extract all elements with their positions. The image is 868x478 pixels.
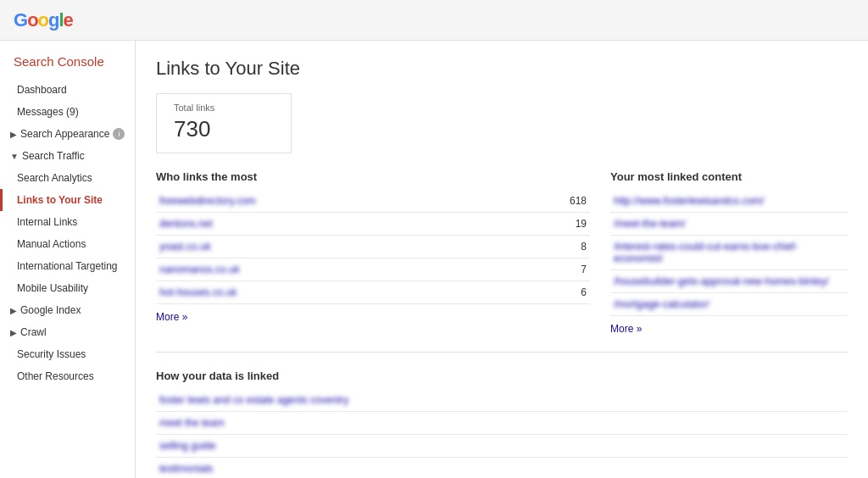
logo-e: e [64, 9, 73, 31]
google-index-label: Google Index [20, 304, 81, 316]
sidebar: Search Console Dashboard Messages (9) ▶ … [0, 41, 136, 478]
sidebar-section-crawl[interactable]: ▶ Crawl [0, 321, 135, 343]
link-url[interactable]: /interest-rates-could-cut-earns-boe-chie… [614, 241, 798, 264]
logo-o1: o [27, 9, 37, 31]
table-row: meet the team [156, 412, 848, 435]
link-url[interactable]: hot-houses.co.uk [159, 286, 236, 298]
total-links-label: Total links [174, 103, 274, 113]
search-traffic-label: Search Traffic [22, 150, 85, 162]
arrow-icon: ▶ [10, 130, 17, 139]
arrow-down-icon: ▼ [10, 152, 19, 161]
table-row: yoast.co.uk 8 [156, 236, 590, 258]
data-link[interactable]: meet the team [159, 417, 225, 429]
sidebar-item-messages[interactable]: Messages (9) [0, 101, 135, 123]
table-row: nanomanos.co.uk 7 [156, 258, 590, 281]
logo-o2: o [38, 9, 48, 31]
link-url[interactable]: /mortgage-calculator/ [614, 298, 709, 310]
link-count: 618 [548, 190, 590, 213]
how-data-linked-section: How your data is linked foster lewis and… [156, 370, 848, 478]
link-url[interactable]: /meet-the-team/ [614, 218, 686, 230]
logo-g2: g [48, 9, 58, 31]
data-link[interactable]: foster lewis and co estate agents covent… [159, 394, 348, 406]
table-row: dentons.net 19 [156, 213, 590, 236]
table-row: foster lewis and co estate agents covent… [156, 389, 848, 412]
sidebar-item-search-analytics[interactable]: Search Analytics [0, 167, 135, 189]
how-data-linked-heading: How your data is linked [156, 370, 848, 382]
arrow-right-icon: ▶ [10, 306, 17, 315]
data-link[interactable]: selling guide [159, 440, 216, 452]
link-url[interactable]: yoast.co.uk [159, 241, 211, 253]
two-col-section: Who links the most freewebdirectory.com … [156, 170, 848, 335]
link-count: 6 [548, 281, 590, 304]
who-links-table: freewebdirectory.com 618 dentons.net 19 … [156, 190, 590, 304]
table-row: freewebdirectory.com 618 [156, 190, 590, 213]
sidebar-item-other-resources[interactable]: Other Resources [0, 365, 135, 387]
sidebar-item-security-issues[interactable]: Security Issues [0, 343, 135, 365]
link-url[interactable]: freewebdirectory.com [159, 195, 256, 207]
link-count: 19 [548, 213, 590, 236]
page-title: Links to Your Site [156, 58, 848, 80]
link-count: 8 [548, 236, 590, 258]
logo-g: G [14, 9, 27, 31]
search-appearance-label: Search Appearance [20, 128, 109, 140]
who-links-more-link[interactable]: More » [156, 311, 187, 323]
data-link[interactable]: testimonials [159, 463, 213, 475]
section-divider [156, 352, 848, 353]
crawl-label: Crawl [20, 326, 47, 338]
most-linked-more-link[interactable]: More » [610, 323, 642, 335]
table-row: /meet-the-team/ [610, 213, 848, 236]
sidebar-section-search-appearance[interactable]: ▶ Search Appearance i [0, 123, 135, 145]
link-url[interactable]: http://www.fosterlewisandco.com/ [614, 195, 764, 207]
table-row: selling guide [156, 435, 848, 458]
crawl-arrow-icon: ▶ [10, 328, 17, 337]
sidebar-item-dashboard[interactable]: Dashboard [0, 79, 135, 101]
total-links-value: 730 [174, 116, 274, 142]
header: Google [0, 0, 868, 41]
data-links-table: foster lewis and co estate agents covent… [156, 389, 848, 478]
link-url[interactable]: dentons.net [159, 218, 213, 230]
sidebar-item-internal-links[interactable]: Internal Links [0, 211, 135, 233]
layout: Search Console Dashboard Messages (9) ▶ … [0, 41, 868, 478]
total-links-box: Total links 730 [156, 93, 292, 153]
sidebar-section-search-traffic[interactable]: ▼ Search Traffic [0, 145, 135, 167]
table-row: hot-houses.co.uk 6 [156, 281, 590, 304]
most-linked-content-section: Your most linked content http://www.fost… [610, 170, 848, 335]
most-linked-content-heading: Your most linked content [610, 170, 848, 183]
sidebar-item-manual-actions[interactable]: Manual Actions [0, 233, 135, 255]
table-row: /interest-rates-could-cut-earns-boe-chie… [610, 236, 848, 270]
link-count: 7 [548, 258, 590, 281]
link-url[interactable]: /housebuilder-gets-approval-new-homes-bi… [614, 275, 828, 287]
table-row: /housebuilder-gets-approval-new-homes-bi… [610, 270, 848, 293]
main-content: Links to Your Site Total links 730 Who l… [136, 41, 868, 478]
info-icon: i [113, 128, 125, 140]
table-row: http://www.fosterlewisandco.com/ [610, 190, 848, 213]
who-links-most-heading: Who links the most [156, 170, 590, 183]
most-linked-table: http://www.fosterlewisandco.com/ /meet-t… [610, 190, 848, 316]
link-url[interactable]: nanomanos.co.uk [159, 264, 240, 275]
sidebar-item-international-targeting[interactable]: International Targeting [0, 255, 135, 277]
sidebar-item-links-to-your-site[interactable]: Links to Your Site [0, 189, 135, 211]
who-links-most-section: Who links the most freewebdirectory.com … [156, 170, 590, 335]
google-logo: Google [14, 9, 73, 31]
sidebar-section-google-index[interactable]: ▶ Google Index [0, 299, 135, 321]
table-row: testimonials [156, 458, 848, 479]
sidebar-item-mobile-usability[interactable]: Mobile Usability [0, 277, 135, 299]
app-title[interactable]: Search Console [0, 47, 135, 79]
table-row: /mortgage-calculator/ [610, 293, 848, 316]
